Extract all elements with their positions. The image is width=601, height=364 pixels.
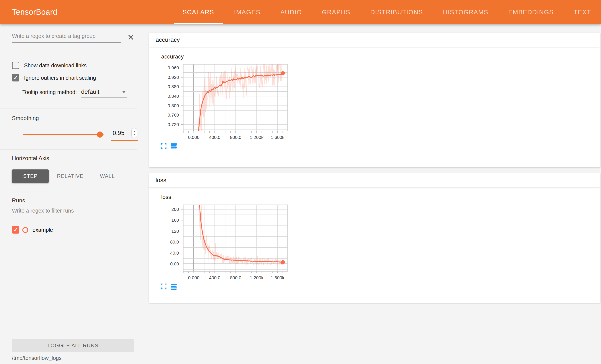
svg-text:1.600k: 1.600k [271, 275, 285, 280]
section-title: accuracy [156, 36, 180, 43]
smoothing-slider-row [23, 128, 138, 141]
horizontal-axis-label: Horizontal Axis [12, 155, 49, 162]
run-color-swatch[interactable] [22, 227, 28, 233]
option-label: Show data download links [24, 62, 87, 69]
svg-text:400.0: 400.0 [209, 275, 220, 280]
svg-text:800.0: 800.0 [230, 275, 241, 280]
svg-text:0.760: 0.760 [168, 112, 179, 117]
svg-text:800.0: 800.0 [230, 135, 241, 140]
chart-block: accuracy0.9600.9200.8800.8400.8000.7600.… [149, 47, 600, 149]
close-icon[interactable]: ✕ [127, 33, 134, 42]
tooltip-sorting-dropdown[interactable]: default [81, 88, 127, 98]
svg-text:0.720: 0.720 [168, 122, 179, 127]
tag-filter-row: ✕ [12, 33, 137, 43]
chart-title: accuracy [161, 53, 600, 60]
svg-text:1.600k: 1.600k [271, 135, 285, 140]
smoothing-value-underline [111, 140, 138, 141]
svg-text:0.000: 0.000 [188, 275, 200, 280]
unchecked-checkbox-icon[interactable] [12, 62, 19, 69]
option-ignore-outliers[interactable]: ✓Ignore outliers in chart scaling [12, 74, 96, 81]
run-name: example [32, 227, 53, 233]
sidebar-divider [0, 150, 137, 150]
svg-text:80.0: 80.0 [170, 239, 179, 244]
svg-text:160: 160 [171, 218, 179, 222]
tab-embeddings[interactable]: EMBEDDINGS [498, 0, 564, 24]
tab-text[interactable]: TEXT [564, 0, 601, 24]
smoothing-slider[interactable] [23, 134, 104, 135]
checked-checkbox-icon[interactable]: ✓ [12, 74, 19, 81]
app-title: TensorBoard [12, 8, 57, 17]
runs-label: Runs [12, 197, 25, 204]
axis-mode-step-button[interactable]: STEP [12, 169, 49, 183]
tooltip-sorting-row: Tooltip sorting method: default [22, 88, 127, 98]
tooltip-sorting-label: Tooltip sorting method: [22, 89, 77, 98]
scalars-dashboard: accuracyaccuracy0.9600.9200.8800.8400.80… [149, 24, 601, 364]
svg-text:0.840: 0.840 [168, 94, 179, 99]
sidebar-divider [0, 192, 137, 192]
smoothing-value-input[interactable] [113, 130, 126, 137]
fullscreen-icon[interactable] [160, 283, 167, 290]
toggle-all-runs-button[interactable]: TOGGLE ALL RUNS [12, 339, 134, 352]
chart-block: loss20016012080.040.00.000.000400.0800.0… [149, 188, 600, 290]
chart-title: loss [161, 194, 600, 200]
runs-selector-icon[interactable] [171, 143, 177, 149]
top-nav-tabs: SCALARSIMAGESAUDIOGRAPHSDISTRIBUTIONSHIS… [172, 0, 601, 24]
fullscreen-icon[interactable] [160, 143, 167, 149]
runs-filter-input[interactable] [12, 208, 136, 217]
svg-text:0.000: 0.000 [188, 135, 200, 140]
svg-text:0.960: 0.960 [168, 65, 179, 70]
axis-mode-relative-button[interactable]: RELATIVE [49, 169, 92, 183]
svg-text:1.200k: 1.200k [250, 275, 264, 280]
log-directory-path: /tmp/tensorflow_logs [12, 355, 61, 361]
app-header: TensorBoard SCALARSIMAGESAUDIOGRAPHSDIST… [0, 0, 601, 24]
runs-selector-icon[interactable] [171, 283, 177, 290]
option-label: Ignore outliers in chart scaling [24, 75, 96, 81]
tab-audio[interactable]: AUDIO [270, 0, 312, 24]
svg-text:120: 120 [171, 229, 179, 233]
svg-text:0.800: 0.800 [168, 103, 179, 108]
runs-filter-row [12, 208, 136, 217]
smoothing-slider-fill [23, 134, 100, 135]
smoothing-value-box [111, 128, 138, 141]
svg-text:0.00: 0.00 [170, 261, 179, 266]
chart-toolbar [160, 143, 600, 149]
section-title: loss [156, 177, 166, 184]
tooltip-sorting-value: default [81, 88, 122, 95]
chart-toolbar [160, 283, 600, 290]
chevron-down-icon [122, 91, 126, 93]
svg-text:400.0: 400.0 [209, 135, 220, 140]
tab-images[interactable]: IMAGES [224, 0, 270, 24]
axis-mode-wall-button[interactable]: WALL [92, 169, 123, 183]
smoothing-label: Smoothing [12, 115, 39, 121]
tab-distributions[interactable]: DISTRIBUTIONS [360, 0, 433, 24]
svg-text:200: 200 [171, 207, 179, 212]
section-header-loss[interactable]: loss [149, 173, 600, 188]
section-header-accuracy[interactable]: accuracy [149, 33, 600, 47]
svg-text:0.880: 0.880 [168, 84, 179, 89]
settings-sidebar: ✕ Show data download links ✓Ignore outli… [0, 24, 149, 364]
sidebar-divider [0, 109, 137, 109]
spinner-down-icon[interactable] [133, 134, 136, 135]
runs-list: ✓example [12, 226, 53, 233]
tab-histograms[interactable]: HISTOGRAMS [433, 0, 498, 24]
tab-scalars[interactable]: SCALARS [172, 0, 224, 24]
accuracy-line-chart[interactable]: 0.9600.9200.8800.8400.8000.7600.7200.000… [156, 63, 294, 141]
number-spinner[interactable] [131, 128, 137, 138]
loss-line-chart[interactable]: 20016012080.040.00.000.000400.0800.01.20… [156, 203, 294, 282]
smoothing-slider-knob[interactable] [97, 131, 103, 138]
run-checkbox[interactable]: ✓ [12, 226, 19, 233]
tag-filter-input[interactable] [12, 33, 121, 43]
section-card-loss: lossloss20016012080.040.00.000.000400.08… [149, 173, 600, 303]
svg-text:0.920: 0.920 [168, 75, 179, 80]
spinner-up-icon[interactable] [133, 131, 136, 132]
svg-text:1.200k: 1.200k [250, 135, 264, 140]
horizontal-axis-buttons: STEPRELATIVEWALL [12, 169, 123, 183]
svg-text:40.0: 40.0 [170, 251, 179, 255]
section-card-accuracy: accuracyaccuracy0.9600.9200.8800.8400.80… [149, 33, 600, 167]
tab-graphs[interactable]: GRAPHS [312, 0, 360, 24]
option-show-download-links[interactable]: Show data download links [12, 62, 87, 69]
